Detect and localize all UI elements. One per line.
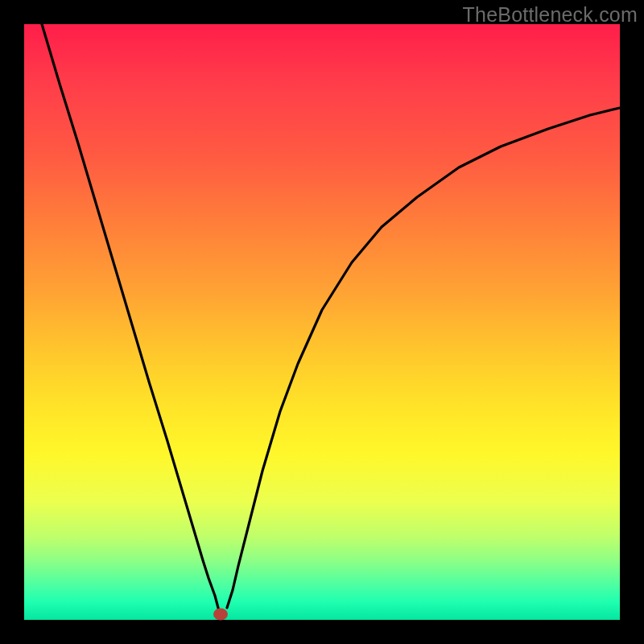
- plot-area: [24, 24, 620, 620]
- chart-svg: [24, 24, 620, 620]
- watermark-text: TheBottleneck.com: [463, 3, 638, 27]
- curve-path: [42, 24, 620, 620]
- minimum-marker: [213, 609, 228, 621]
- chart-frame: TheBottleneck.com: [0, 0, 644, 644]
